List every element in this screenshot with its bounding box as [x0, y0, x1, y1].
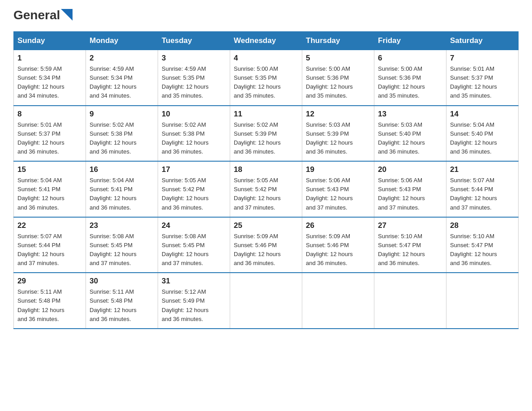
- day-number: 2: [90, 54, 154, 63]
- day-cell: 27 Sunrise: 5:10 AMSunset: 5:47 PMDaylig…: [374, 217, 446, 273]
- day-info: Sunrise: 5:03 AMSunset: 5:39 PMDaylight:…: [306, 121, 353, 155]
- day-number: 23: [90, 221, 154, 230]
- day-cell: 31 Sunrise: 5:12 AMSunset: 5:49 PMDaylig…: [158, 273, 230, 329]
- day-info: Sunrise: 5:04 AMSunset: 5:41 PMDaylight:…: [90, 177, 137, 210]
- day-cell: 2 Sunrise: 4:59 AMSunset: 5:34 PMDayligh…: [86, 50, 158, 106]
- day-number: 8: [17, 110, 82, 119]
- day-number: 17: [162, 165, 226, 174]
- day-cell: 22 Sunrise: 5:07 AMSunset: 5:44 PMDaylig…: [14, 217, 86, 273]
- day-cell: [446, 273, 519, 329]
- day-number: 25: [234, 221, 298, 230]
- day-info: Sunrise: 5:00 AMSunset: 5:35 PMDaylight:…: [234, 65, 281, 99]
- day-number: 31: [162, 277, 226, 286]
- header-sunday: Sunday: [14, 32, 86, 50]
- day-cell: 21 Sunrise: 5:07 AMSunset: 5:44 PMDaylig…: [446, 161, 519, 217]
- day-number: 30: [90, 277, 154, 286]
- day-info: Sunrise: 5:02 AMSunset: 5:38 PMDaylight:…: [90, 121, 137, 155]
- day-number: 7: [450, 54, 515, 63]
- week-row-5: 29 Sunrise: 5:11 AMSunset: 5:48 PMDaylig…: [14, 273, 519, 329]
- day-info: Sunrise: 5:01 AMSunset: 5:37 PMDaylight:…: [450, 65, 497, 99]
- calendar-table: SundayMondayTuesdayWednesdayThursdayFrid…: [13, 31, 519, 329]
- day-cell: 5 Sunrise: 5:00 AMSunset: 5:36 PMDayligh…: [302, 50, 374, 106]
- day-number: 10: [162, 110, 226, 119]
- day-cell: 25 Sunrise: 5:09 AMSunset: 5:46 PMDaylig…: [230, 217, 302, 273]
- day-number: 3: [162, 54, 226, 63]
- day-number: 18: [234, 165, 298, 174]
- day-info: Sunrise: 5:07 AMSunset: 5:44 PMDaylight:…: [450, 177, 497, 210]
- day-number: 22: [17, 221, 82, 230]
- day-info: Sunrise: 5:01 AMSunset: 5:37 PMDaylight:…: [17, 121, 64, 155]
- day-info: Sunrise: 5:05 AMSunset: 5:42 PMDaylight:…: [234, 177, 281, 210]
- day-number: 16: [90, 165, 154, 174]
- day-info: Sunrise: 5:11 AMSunset: 5:48 PMDaylight:…: [90, 288, 137, 322]
- svg-marker-0: [61, 9, 73, 21]
- day-info: Sunrise: 5:08 AMSunset: 5:45 PMDaylight:…: [162, 233, 209, 266]
- day-number: 5: [306, 54, 370, 63]
- day-number: 26: [306, 221, 370, 230]
- header-wednesday: Wednesday: [230, 32, 302, 50]
- day-info: Sunrise: 5:02 AMSunset: 5:38 PMDaylight:…: [162, 121, 209, 155]
- day-number: 1: [17, 54, 82, 63]
- day-cell: 15 Sunrise: 5:04 AMSunset: 5:41 PMDaylig…: [14, 161, 86, 217]
- day-cell: 24 Sunrise: 5:08 AMSunset: 5:45 PMDaylig…: [158, 217, 230, 273]
- day-info: Sunrise: 5:10 AMSunset: 5:47 PMDaylight:…: [378, 233, 425, 266]
- day-number: 21: [450, 165, 515, 174]
- day-number: 28: [450, 221, 515, 230]
- day-info: Sunrise: 5:02 AMSunset: 5:39 PMDaylight:…: [234, 121, 281, 155]
- day-info: Sunrise: 5:04 AMSunset: 5:41 PMDaylight:…: [17, 177, 64, 210]
- day-cell: 11 Sunrise: 5:02 AMSunset: 5:39 PMDaylig…: [230, 106, 302, 162]
- day-info: Sunrise: 5:12 AMSunset: 5:49 PMDaylight:…: [162, 288, 209, 322]
- day-number: 29: [17, 277, 82, 286]
- day-cell: 10 Sunrise: 5:02 AMSunset: 5:38 PMDaylig…: [158, 106, 230, 162]
- day-cell: 4 Sunrise: 5:00 AMSunset: 5:35 PMDayligh…: [230, 50, 302, 106]
- logo: General: [13, 9, 73, 22]
- header-thursday: Thursday: [302, 32, 374, 50]
- day-info: Sunrise: 5:08 AMSunset: 5:45 PMDaylight:…: [90, 233, 137, 266]
- day-cell: 9 Sunrise: 5:02 AMSunset: 5:38 PMDayligh…: [86, 106, 158, 162]
- day-number: 12: [306, 110, 370, 119]
- day-cell: 23 Sunrise: 5:08 AMSunset: 5:45 PMDaylig…: [86, 217, 158, 273]
- day-info: Sunrise: 5:05 AMSunset: 5:42 PMDaylight:…: [162, 177, 209, 210]
- day-info: Sunrise: 5:06 AMSunset: 5:43 PMDaylight:…: [378, 177, 425, 210]
- day-number: 6: [378, 54, 442, 63]
- day-cell: 20 Sunrise: 5:06 AMSunset: 5:43 PMDaylig…: [374, 161, 446, 217]
- day-cell: 16 Sunrise: 5:04 AMSunset: 5:41 PMDaylig…: [86, 161, 158, 217]
- day-number: 11: [234, 110, 298, 119]
- week-row-3: 15 Sunrise: 5:04 AMSunset: 5:41 PMDaylig…: [14, 161, 519, 217]
- day-info: Sunrise: 5:00 AMSunset: 5:36 PMDaylight:…: [306, 65, 353, 99]
- day-number: 20: [378, 165, 442, 174]
- day-info: Sunrise: 4:59 AMSunset: 5:34 PMDaylight:…: [90, 65, 137, 99]
- day-cell: 19 Sunrise: 5:06 AMSunset: 5:43 PMDaylig…: [302, 161, 374, 217]
- day-number: 15: [17, 165, 82, 174]
- day-info: Sunrise: 5:10 AMSunset: 5:47 PMDaylight:…: [450, 233, 497, 266]
- day-info: Sunrise: 5:03 AMSunset: 5:40 PMDaylight:…: [378, 121, 425, 155]
- day-cell: 26 Sunrise: 5:09 AMSunset: 5:46 PMDaylig…: [302, 217, 374, 273]
- day-cell: 3 Sunrise: 4:59 AMSunset: 5:35 PMDayligh…: [158, 50, 230, 106]
- logo-general: General: [13, 9, 60, 21]
- day-number: 24: [162, 221, 226, 230]
- week-row-2: 8 Sunrise: 5:01 AMSunset: 5:37 PMDayligh…: [14, 106, 519, 162]
- header-saturday: Saturday: [446, 32, 519, 50]
- day-cell: 7 Sunrise: 5:01 AMSunset: 5:37 PMDayligh…: [446, 50, 519, 106]
- day-cell: 12 Sunrise: 5:03 AMSunset: 5:39 PMDaylig…: [302, 106, 374, 162]
- day-cell: 13 Sunrise: 5:03 AMSunset: 5:40 PMDaylig…: [374, 106, 446, 162]
- day-info: Sunrise: 5:11 AMSunset: 5:48 PMDaylight:…: [17, 288, 64, 322]
- week-row-4: 22 Sunrise: 5:07 AMSunset: 5:44 PMDaylig…: [14, 217, 519, 273]
- calendar-header-row: SundayMondayTuesdayWednesdayThursdayFrid…: [14, 32, 519, 50]
- day-number: 4: [234, 54, 298, 63]
- day-info: Sunrise: 5:06 AMSunset: 5:43 PMDaylight:…: [306, 177, 353, 210]
- day-cell: 8 Sunrise: 5:01 AMSunset: 5:37 PMDayligh…: [14, 106, 86, 162]
- day-info: Sunrise: 5:09 AMSunset: 5:46 PMDaylight:…: [234, 233, 281, 266]
- day-number: 13: [378, 110, 442, 119]
- day-cell: 29 Sunrise: 5:11 AMSunset: 5:48 PMDaylig…: [14, 273, 86, 329]
- page-header: General: [13, 9, 519, 22]
- logo-triangle-icon: [61, 9, 73, 21]
- day-cell: [374, 273, 446, 329]
- day-cell: 1 Sunrise: 5:59 AMSunset: 5:34 PMDayligh…: [14, 50, 86, 106]
- day-info: Sunrise: 4:59 AMSunset: 5:35 PMDaylight:…: [162, 65, 209, 99]
- header-monday: Monday: [86, 32, 158, 50]
- day-info: Sunrise: 5:00 AMSunset: 5:36 PMDaylight:…: [378, 65, 425, 99]
- day-cell: 17 Sunrise: 5:05 AMSunset: 5:42 PMDaylig…: [158, 161, 230, 217]
- day-cell: [230, 273, 302, 329]
- day-number: 9: [90, 110, 154, 119]
